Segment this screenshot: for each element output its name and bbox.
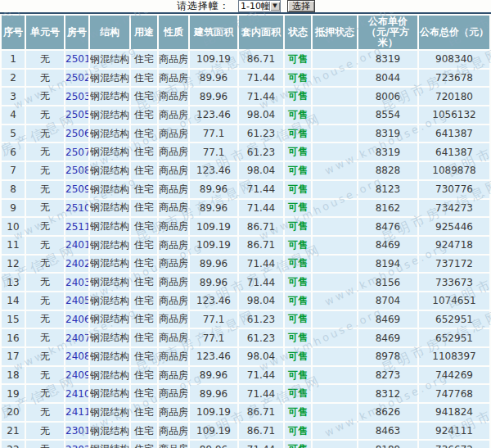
cell-build-area: 89.96 — [190, 367, 237, 384]
room-number-link[interactable]: 2407 — [65, 333, 88, 344]
cell-structure: 钢混结构 — [90, 106, 129, 124]
table-row: 9无2510钢混结构住宅商品房89.9671.44可售8162734273 — [2, 200, 489, 217]
cell-use: 住宅 — [131, 367, 157, 384]
table-row: 1无2501钢混结构住宅商品房109.1986.71可售8319908340 — [2, 51, 489, 68]
cell-inner-area: 86.71 — [239, 51, 283, 68]
cell-room[interactable]: 2408 — [65, 348, 88, 365]
cell-status: 可售 — [285, 441, 311, 448]
cell-inner-area: 71.44 — [239, 441, 283, 448]
room-number-link[interactable]: 2403 — [65, 277, 88, 288]
cell-status: 可售 — [285, 423, 311, 440]
cell-unit: 无 — [26, 292, 64, 310]
cell-total-price: 908340 — [419, 51, 489, 68]
cell-room[interactable]: 2401 — [65, 237, 88, 254]
cell-status: 可售 — [285, 292, 311, 310]
cell-room[interactable]: 2302 — [65, 441, 88, 448]
cell-room[interactable]: 2507 — [65, 143, 88, 161]
cell-unit: 无 — [26, 385, 64, 402]
room-number-link[interactable]: 2505 — [65, 109, 88, 120]
cell-use: 住宅 — [131, 404, 157, 421]
cell-unit: 无 — [26, 200, 64, 217]
cell-seq: 18 — [2, 367, 25, 384]
cell-room[interactable]: 2410 — [65, 385, 88, 402]
cell-status: 可售 — [285, 51, 311, 68]
room-number-link[interactable]: 2511 — [65, 221, 88, 233]
cell-build-area: 89.96 — [190, 441, 237, 448]
cell-inner-area: 71.44 — [239, 70, 283, 87]
cell-use: 住宅 — [131, 143, 157, 161]
cell-room[interactable]: 2506 — [65, 125, 88, 143]
room-number-link[interactable]: 2409 — [65, 369, 88, 381]
cell-status: 可售 — [285, 125, 311, 143]
cell-use: 住宅 — [131, 423, 157, 440]
cell-structure: 钢混结构 — [90, 348, 129, 365]
cell-status: 可售 — [285, 218, 311, 235]
cell-unit: 无 — [26, 162, 64, 179]
cell-unit: 无 — [26, 88, 64, 105]
room-number-link[interactable]: 2405 — [65, 295, 88, 306]
cell-inner-area: 98.04 — [239, 106, 283, 124]
cell-build-area: 109.19 — [190, 423, 237, 440]
cell-room[interactable]: 2403 — [65, 274, 88, 291]
cell-room[interactable]: 2503 — [65, 88, 88, 105]
room-number-link[interactable]: 2509 — [65, 183, 88, 195]
cell-seq: 9 — [2, 200, 25, 217]
cell-seq: 2 — [2, 70, 25, 87]
building-select[interactable]: 1-10幢 ▼ — [238, 0, 281, 12]
cell-build-area: 77.1 — [190, 125, 237, 143]
cell-inner-area: 98.04 — [239, 348, 283, 365]
cell-room[interactable]: 2407 — [65, 329, 88, 346]
cell-structure: 钢混结构 — [90, 218, 129, 235]
cell-unit: 无 — [26, 348, 64, 365]
room-number-link[interactable]: 2301 — [65, 425, 88, 437]
room-number-link[interactable]: 2411 — [65, 406, 88, 418]
room-number-link[interactable]: 2410 — [65, 388, 88, 400]
cell-seq: 4 — [2, 106, 25, 124]
chevron-down-icon[interactable]: ▼ — [269, 2, 280, 11]
room-number-link[interactable]: 2402 — [65, 258, 88, 269]
table-row: 22无2302钢混结构住宅商品房89.9671.44可售8189736672 — [2, 441, 489, 448]
cell-mortgage — [313, 51, 357, 68]
room-number-link[interactable]: 2401 — [65, 239, 88, 251]
cell-room[interactable]: 2509 — [65, 181, 88, 198]
cell-room[interactable]: 2510 — [65, 200, 88, 217]
cell-inner-area: 86.71 — [239, 218, 283, 235]
cell-use: 住宅 — [131, 329, 157, 346]
cell-build-area: 89.96 — [190, 88, 237, 105]
cell-room[interactable]: 2301 — [65, 423, 88, 440]
cell-unit: 无 — [26, 70, 64, 87]
cell-structure: 钢混结构 — [90, 404, 129, 421]
room-number-link[interactable]: 2501 — [65, 53, 88, 65]
room-number-link[interactable]: 2406 — [65, 314, 88, 325]
select-button[interactable]: 选择 — [287, 0, 315, 12]
cell-structure: 钢混结构 — [90, 367, 129, 384]
cell-room[interactable]: 2409 — [65, 367, 88, 384]
cell-room[interactable]: 2508 — [65, 162, 88, 179]
cell-room[interactable]: 2405 — [65, 292, 88, 310]
cell-room[interactable]: 2502 — [65, 70, 88, 87]
cell-total-price: 737172 — [419, 256, 489, 273]
cell-structure: 钢混结构 — [90, 441, 129, 448]
cell-room[interactable]: 2505 — [65, 106, 88, 124]
cell-structure: 钢混结构 — [90, 51, 129, 68]
room-number-link[interactable]: 2506 — [65, 128, 88, 139]
cell-unit-price: 8469 — [358, 237, 417, 254]
cell-room[interactable]: 2501 — [65, 51, 88, 68]
room-number-link[interactable]: 2508 — [65, 165, 88, 176]
room-number-link[interactable]: 2502 — [65, 72, 88, 84]
cell-structure: 钢混结构 — [90, 200, 129, 217]
cell-total-price: 941824 — [419, 404, 489, 421]
room-number-link[interactable]: 2507 — [65, 147, 88, 158]
room-number-link[interactable]: 2408 — [65, 351, 88, 362]
cell-room[interactable]: 2411 — [65, 404, 88, 421]
room-number-link[interactable]: 2302 — [65, 444, 88, 448]
room-number-link[interactable]: 2510 — [65, 202, 88, 214]
header-row: 序号 单元号 房号 结构 用途 性质 建筑面积 套内面积 状态 抵押状态 公布单… — [2, 16, 489, 49]
column-header-nature: 性质 — [159, 16, 188, 49]
cell-status: 可售 — [285, 143, 311, 161]
cell-total-price: 641387 — [419, 143, 489, 161]
cell-room[interactable]: 2406 — [65, 311, 88, 328]
cell-room[interactable]: 2402 — [65, 256, 88, 273]
room-number-link[interactable]: 2503 — [65, 91, 88, 102]
cell-room[interactable]: 2511 — [65, 218, 88, 235]
